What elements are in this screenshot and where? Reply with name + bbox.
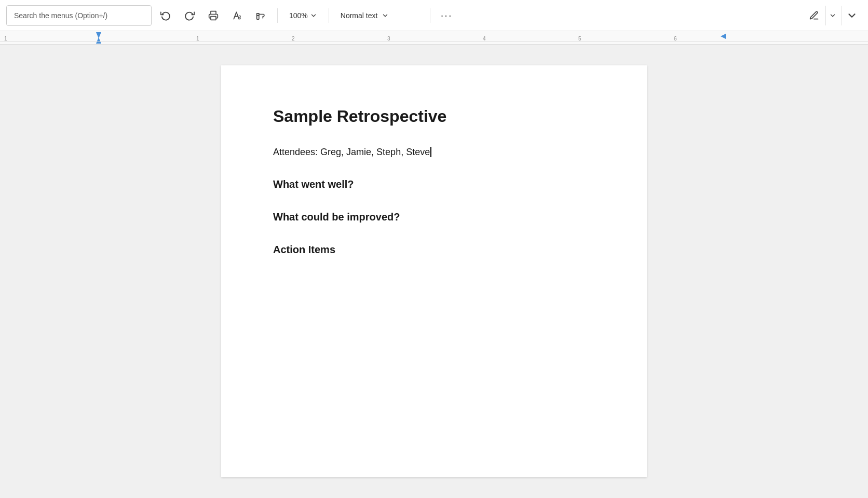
search-box[interactable]: Search the menus (Option+/) (6, 5, 152, 26)
redo-icon (184, 10, 195, 21)
style-chevron-icon (382, 12, 389, 19)
attendees-text: Attendees: Greg, Jamie, Steph, Steve (273, 147, 430, 157)
paint-format-icon (256, 10, 266, 21)
svg-text:3: 3 (387, 36, 390, 42)
edit-chevron-button[interactable] (825, 6, 839, 25)
ruler-svg: 1 1 2 3 4 5 6 (0, 31, 868, 45)
attendees-paragraph: Attendees: Greg, Jamie, Steph, Steve (273, 147, 595, 158)
undo-button[interactable] (156, 6, 175, 25)
svg-text:2: 2 (292, 36, 295, 42)
divider-3 (430, 8, 430, 23)
spelling-button[interactable] (227, 6, 247, 25)
section1-heading: What went well? (273, 178, 595, 190)
svg-text:4: 4 (483, 36, 486, 42)
print-button[interactable] (204, 6, 223, 25)
paint-format-button[interactable] (251, 6, 271, 25)
zoom-label: 100% (289, 11, 308, 20)
text-cursor (430, 147, 431, 157)
document-page[interactable]: Sample Retrospective Attendees: Greg, Ja… (221, 65, 647, 477)
svg-text:1: 1 (196, 36, 199, 42)
divider-1 (277, 8, 278, 23)
more-icon: ··· (441, 9, 453, 21)
toolbar: Search the menus (Option+/) (0, 0, 868, 31)
print-icon (208, 10, 219, 21)
search-placeholder: Search the menus (Option+/) (14, 11, 107, 20)
zoom-selector[interactable]: 100% (284, 6, 322, 25)
edit-mode-button[interactable] (805, 6, 823, 25)
section2-heading: What could be improved? (273, 211, 595, 223)
checkmark-icon (846, 10, 858, 21)
style-selector[interactable]: Normal text (335, 6, 424, 25)
zoom-chevron-icon (310, 12, 317, 19)
section3-heading: Action Items (273, 244, 595, 256)
more-options-button[interactable]: ··· (437, 6, 457, 25)
undo-icon (160, 10, 171, 21)
pencil-icon (809, 10, 819, 21)
toolbar-right (805, 6, 862, 25)
style-label: Normal text (341, 11, 378, 20)
edit-chevron-icon (829, 12, 836, 19)
svg-text:5: 5 (578, 36, 581, 42)
ruler: 1 1 2 3 4 5 6 (0, 31, 868, 45)
svg-rect-0 (211, 16, 216, 20)
svg-text:1: 1 (4, 36, 7, 42)
divider-2 (329, 8, 329, 23)
document-title: Sample Retrospective (273, 107, 595, 126)
svg-rect-2 (0, 31, 868, 45)
svg-text:6: 6 (674, 36, 677, 42)
view-mode-button[interactable] (842, 6, 862, 25)
document-area: Sample Retrospective Attendees: Greg, Ja… (0, 45, 868, 498)
redo-button[interactable] (180, 6, 199, 25)
spelling-icon (232, 10, 242, 21)
